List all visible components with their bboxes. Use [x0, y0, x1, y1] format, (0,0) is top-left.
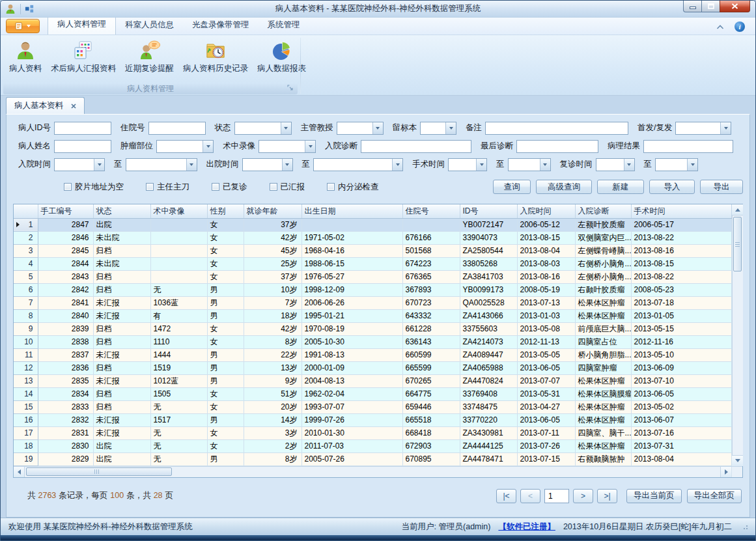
col-gender[interactable]: 性别 — [207, 204, 244, 218]
col-birth-date[interactable]: 出生日期 — [301, 204, 402, 218]
table-row[interactable]: 14 2834 归档 1505 女 51岁 1962-02-04 664775 … — [14, 387, 731, 400]
scroll-down-button[interactable] — [732, 455, 743, 466]
new-button[interactable]: 新建 — [597, 180, 644, 194]
first-page-button[interactable]: |< — [496, 489, 516, 503]
filter-checkbox[interactable]: 已复诊 — [212, 182, 247, 193]
collapse-ribbon-icon[interactable] — [716, 25, 724, 29]
col-row-header[interactable] — [14, 204, 38, 218]
table-row[interactable]: 8 2840 未汇报 有 男 18岁 1995-01-21 643332 ZA4… — [14, 309, 731, 322]
row-number-cell[interactable]: 10 — [14, 335, 38, 348]
scroll-up-button[interactable] — [732, 204, 743, 215]
chevron-down-icon[interactable] — [445, 122, 456, 134]
patient-data-button[interactable]: 病人资料 — [5, 37, 46, 77]
row-number-cell[interactable]: 7 — [14, 296, 38, 309]
help-info-icon[interactable]: i — [735, 21, 745, 32]
inpatient-no-input[interactable] — [148, 122, 206, 135]
professor-select[interactable] — [337, 122, 384, 135]
row-number-cell[interactable]: 16 — [14, 413, 38, 426]
row-number-cell[interactable]: 19 — [14, 452, 38, 465]
minimize-button[interactable] — [683, 1, 702, 12]
registered-link[interactable]: 【软件已注册】 — [498, 521, 555, 533]
table-row[interactable]: 13 2835 未汇报 1012蓝 男 9岁 2004-08-13 670265… — [14, 374, 731, 387]
table-row[interactable]: 16 2832 未汇报 1517 男 14岁 1999-07-26 665518… — [14, 413, 731, 426]
row-number-cell[interactable]: 17 — [14, 426, 38, 439]
pathology-result-input[interactable] — [643, 140, 733, 153]
query-button[interactable]: 查询 — [493, 180, 531, 194]
table-row[interactable]: 2 2846 未出院 女 42岁 1971-05-02 676166 33904… — [14, 231, 731, 244]
patient-report-button[interactable]: 病人数据报表 — [253, 37, 311, 77]
row-number-cell[interactable]: 18 — [14, 439, 38, 452]
patient-id-input[interactable] — [54, 122, 111, 135]
filter-checkbox[interactable]: 已汇报 — [270, 182, 305, 193]
surgery-video-select[interactable] — [259, 140, 316, 153]
checkbox-icon[interactable] — [64, 183, 72, 191]
discharge-time-to-select[interactable] — [313, 158, 403, 171]
specimen-select[interactable] — [420, 122, 456, 135]
ribbon-tab-department-staff[interactable]: 科室人员信息 — [116, 16, 183, 35]
chevron-down-icon[interactable] — [624, 159, 634, 171]
patient-name-input[interactable] — [54, 140, 111, 153]
chevron-down-icon[interactable] — [372, 122, 383, 134]
maximize-button[interactable] — [701, 1, 720, 12]
row-number-cell[interactable]: 3 — [14, 244, 38, 257]
table-row[interactable]: 19 2829 出院 无 男 8岁 2005-07-26 670895 ZA44… — [14, 452, 731, 465]
resize-grip[interactable] — [742, 524, 748, 529]
col-surgery-video[interactable]: 术中录像 — [150, 204, 207, 218]
row-number-cell[interactable]: 8 — [14, 309, 38, 322]
chevron-down-icon[interactable] — [281, 122, 291, 134]
ribbon-tab-disc-video[interactable]: 光盘录像带管理 — [183, 16, 259, 35]
row-number-cell[interactable]: 4 — [14, 257, 38, 270]
prev-page-button[interactable]: < — [520, 489, 540, 503]
remark-input[interactable] — [485, 122, 628, 135]
table-row[interactable]: 9 2839 归档 1472 女 42岁 1970-08-19 661228 3… — [14, 322, 731, 335]
table-row[interactable]: 3 2845 归档 女 45岁 1968-04-16 501568 ZA2580… — [14, 244, 731, 257]
scroll-right-button[interactable] — [720, 467, 731, 477]
table-row[interactable]: 15 2833 归档 无 女 20岁 1993-07-07 659446 337… — [14, 400, 731, 413]
table-row[interactable]: 1 2847 出院 女 37岁 YB0072147 2006-05-12 — [14, 218, 731, 231]
close-tab-icon[interactable] — [71, 104, 76, 109]
surgery-time-from-select[interactable] — [448, 158, 487, 171]
row-number-cell[interactable]: 12 — [14, 361, 38, 374]
filter-checkbox[interactable]: 主任主刀 — [146, 182, 189, 193]
chevron-down-icon[interactable] — [203, 141, 213, 152]
table-row[interactable]: 6 2842 归档 无 男 10岁 1998-12-09 367893 YB00… — [14, 283, 731, 296]
ribbon-tab-system[interactable]: 系统管理 — [259, 16, 309, 35]
application-menu-button[interactable] — [6, 19, 40, 33]
row-number-cell[interactable]: 9 — [14, 322, 38, 335]
vertical-scroll-thumb[interactable] — [733, 217, 742, 271]
discharge-time-from-select[interactable] — [242, 158, 293, 171]
col-visit-age[interactable]: 就诊年龄 — [244, 204, 301, 218]
col-id-no[interactable]: ID号 — [460, 204, 517, 218]
horizontal-scroll-thumb[interactable] — [26, 467, 172, 476]
row-number-cell[interactable]: 15 — [14, 400, 38, 413]
scroll-left-button[interactable] — [14, 467, 25, 477]
table-row[interactable]: 7 2841 未汇报 1036蓝 男 7岁 2006-06-26 670723 … — [14, 296, 731, 309]
first-or-recur-select[interactable] — [675, 122, 731, 135]
chevron-down-icon[interactable] — [94, 159, 104, 171]
col-admission-time[interactable]: 入院时间 — [517, 204, 575, 218]
chevron-down-icon[interactable] — [392, 159, 402, 171]
chevron-down-icon[interactable] — [687, 159, 697, 171]
admission-diagnosis-input[interactable] — [361, 140, 471, 153]
row-number-cell[interactable]: 13 — [14, 374, 38, 387]
last-page-button[interactable]: >| — [597, 489, 617, 503]
table-row[interactable]: 11 2837 未汇报 1444 男 22岁 1991-08-13 660599… — [14, 348, 731, 361]
tumor-site-select[interactable] — [156, 140, 214, 153]
col-surgery-time[interactable]: 手术时间 — [631, 204, 731, 218]
import-button[interactable]: 导入 — [649, 180, 695, 194]
chevron-down-icon[interactable] — [540, 159, 550, 171]
export-all-pages-button[interactable]: 导出全部页 — [687, 489, 742, 503]
table-row[interactable]: 4 2844 未出院 女 25岁 1988-06-15 674223 33805… — [14, 257, 731, 270]
chevron-down-icon[interactable] — [720, 122, 731, 134]
table-row[interactable]: 18 2830 出院 无 女 2岁 2011-07-03 672903 ZA44… — [14, 439, 731, 452]
checkbox-icon[interactable] — [146, 183, 154, 191]
surgery-time-to-select[interactable] — [508, 158, 551, 171]
row-number-cell[interactable]: 2 — [14, 231, 38, 244]
vertical-scrollbar[interactable] — [732, 204, 743, 466]
ribbon-tab-patient-data[interactable]: 病人资料管理 — [48, 15, 116, 35]
horizontal-scrollbar[interactable] — [14, 466, 742, 477]
revisit-reminder-button[interactable]: 近期复诊提醒 — [120, 37, 178, 77]
export-button[interactable]: 导出 — [700, 180, 743, 194]
admission-time-from-select[interactable] — [54, 158, 105, 171]
col-admission-diagnosis[interactable]: 入院诊断 — [575, 204, 631, 218]
